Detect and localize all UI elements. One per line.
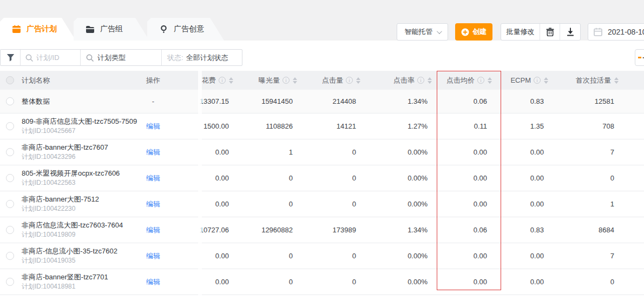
table-row[interactable]: 非商店-信息流小图-35-tzc7602 计划ID:100419035 编辑 0… <box>0 243 644 269</box>
cell-cpc: 0.06 <box>437 226 501 234</box>
tab-ad-creative[interactable]: 广告创意 <box>147 18 224 41</box>
trash-icon <box>546 28 554 36</box>
edit-link[interactable]: 编辑 <box>146 252 160 260</box>
cell-clicks: 0 <box>302 278 365 286</box>
info-icon[interactable] <box>417 77 424 84</box>
cell-clicks: 0 <box>302 148 365 156</box>
filter-bar: 计划/ID 计划类型 状态: 全部计划状态 <box>0 49 242 66</box>
smart-hosting-button[interactable]: 智能托管 <box>397 23 448 41</box>
plan-search-input[interactable]: 计划/ID <box>21 50 81 65</box>
add-column-button[interactable] <box>635 49 644 66</box>
table-row[interactable]: 805-米盟视频开屏ocpx-tzc7606 计划ID:100422563 编辑… <box>0 165 644 191</box>
sort-icon[interactable] <box>428 77 432 84</box>
cell-cost: 10727.06 <box>172 226 238 234</box>
edit-link[interactable]: 编辑 <box>146 122 160 130</box>
table-row[interactable]: 非商店-banner大图-tzc7607 计划ID:100423296 编辑 0… <box>0 139 644 165</box>
sort-icon[interactable] <box>544 77 548 84</box>
date-value: 2021-08-10 <box>608 28 644 36</box>
col-header-operation: 操作 <box>134 76 172 85</box>
col-header-activations[interactable]: 首次拉活量 <box>553 76 623 85</box>
cell-ctr: 0.00% <box>365 174 437 182</box>
delete-button[interactable] <box>540 24 560 40</box>
cell-cpc: 0.00 <box>437 252 501 260</box>
info-icon[interactable] <box>219 77 226 84</box>
status-select[interactable]: 状态: 全部计划状态 <box>162 50 242 65</box>
row-checkbox[interactable] <box>6 148 14 156</box>
info-icon[interactable] <box>477 77 484 84</box>
cell-impressions: 1 <box>238 148 302 156</box>
info-icon[interactable] <box>346 77 353 84</box>
sort-icon[interactable] <box>356 77 360 84</box>
plan-id: 计划ID:100422230 <box>22 204 134 213</box>
create-button[interactable]: 创建 <box>455 23 492 41</box>
cell-activations: 1 <box>553 200 623 208</box>
date-picker[interactable]: 2021-08-10 <box>588 23 644 41</box>
edit-link[interactable]: 编辑 <box>146 174 160 182</box>
cell-impressions: 1108826 <box>238 122 302 130</box>
tab-ad-group[interactable]: 广告组 <box>74 18 149 41</box>
row-checkbox[interactable] <box>6 97 14 105</box>
filter-funnel-button[interactable] <box>1 50 21 65</box>
col-header-impressions[interactable]: 曝光量 <box>238 76 302 85</box>
cell-ctr: 1.34% <box>365 226 437 234</box>
edit-link[interactable]: 编辑 <box>146 200 160 208</box>
row-checkbox[interactable] <box>6 252 14 260</box>
sort-icon[interactable] <box>293 77 297 84</box>
col-header-name: 计划名称 <box>19 76 134 85</box>
edit-link[interactable]: 编辑 <box>146 148 160 156</box>
cell-impressions: 12960882 <box>238 226 302 234</box>
col-header-clicks[interactable]: 点击量 <box>302 76 365 85</box>
sort-icon[interactable] <box>488 77 492 84</box>
select-all-checkbox[interactable] <box>6 76 14 84</box>
row-checkbox[interactable] <box>6 226 14 234</box>
info-icon[interactable] <box>282 77 290 84</box>
plan-search-placeholder: 计划/ID <box>36 53 60 63</box>
batch-edit-label: 批量修改 <box>507 27 535 37</box>
cell-ctr: 1.34% <box>365 97 437 105</box>
cell-activations: 7 <box>553 148 623 156</box>
col-header-ecpm[interactable]: ECPM <box>501 76 553 84</box>
table-row[interactable]: 非商店信息流大图-tzc7603-7604 计划ID:100419809 编辑 … <box>0 217 644 243</box>
table-row[interactable]: 非商店-banner大图-7512 计划ID:100422230 编辑 0.00… <box>0 191 644 217</box>
row-checkbox[interactable] <box>6 200 14 208</box>
status-label: 状态: <box>167 53 183 63</box>
table-row[interactable]: 非商店-banner竖图-tzc7701 计划ID:100418981 编辑 0… <box>0 269 644 295</box>
tab-bar: 广告计划 广告组 广告创意 <box>0 18 224 41</box>
cell-cost: 0.00 <box>172 278 238 286</box>
create-label: 创建 <box>472 27 487 37</box>
batch-edit-button[interactable]: 批量修改 <box>501 24 540 40</box>
col-header-cpc[interactable]: 点击均价 <box>437 76 501 85</box>
edit-link[interactable]: 编辑 <box>146 226 160 234</box>
cell-ctr: 0.00% <box>365 278 437 286</box>
search-icon <box>86 54 94 62</box>
cell-cost: 13307.15 <box>172 97 238 105</box>
status-value: 全部计划状态 <box>186 53 228 63</box>
plan-type-input[interactable]: 计划类型 <box>81 50 162 65</box>
row-checkbox[interactable] <box>6 174 14 182</box>
plan-name: 非商店-banner大图-tzc7607 <box>22 143 134 152</box>
cell-ecpm: 0.00 <box>501 278 553 286</box>
col-header-cost[interactable]: 花费 <box>172 76 238 85</box>
cell-clicks: 214408 <box>302 97 365 105</box>
plus-circle-icon <box>461 28 469 36</box>
cell-activations: 0 <box>553 278 623 286</box>
plan-id: 计划ID:100419809 <box>22 230 134 239</box>
row-checkbox[interactable] <box>6 122 14 130</box>
table-row[interactable]: 809-非商店信息流大图-tzc7505-7509 计划ID:100425667… <box>0 113 644 139</box>
cell-cpc: 0.00 <box>437 278 501 286</box>
tab-ad-plan[interactable]: 广告计划 <box>0 18 76 41</box>
info-icon[interactable] <box>534 77 541 84</box>
cell-cpc: 0.06 <box>437 97 501 105</box>
plan-name: 非商店-banner大图-7512 <box>22 195 134 204</box>
download-button[interactable] <box>560 24 580 40</box>
cell-ctr: 0.00% <box>365 252 437 260</box>
row-checkbox[interactable] <box>6 278 14 286</box>
sort-icon[interactable] <box>614 77 619 84</box>
funnel-icon <box>6 53 15 62</box>
plan-name: 整体数据 <box>22 97 134 106</box>
sort-icon[interactable] <box>229 77 233 84</box>
edit-link[interactable]: 编辑 <box>146 278 160 286</box>
table-row-total[interactable]: 整体数据 - 13307.15 15941450 214408 1.34% 0.… <box>0 90 644 113</box>
cell-activations: 12581 <box>553 97 623 105</box>
col-header-ctr[interactable]: 点击率 <box>365 76 437 85</box>
